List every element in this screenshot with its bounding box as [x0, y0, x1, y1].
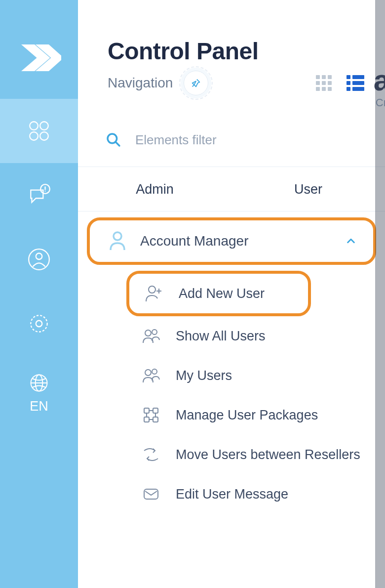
sidebar-item-settings[interactable] — [0, 292, 78, 356]
sidebar-item-dashboard[interactable] — [0, 99, 78, 163]
svg-rect-22 — [316, 87, 320, 91]
svg-point-5 — [40, 132, 48, 140]
svg-rect-23 — [322, 87, 326, 91]
svg-rect-21 — [328, 81, 332, 85]
svg-rect-19 — [316, 81, 320, 85]
subitem-label: Show All Users — [176, 329, 266, 344]
pin-button[interactable] — [184, 71, 208, 95]
svg-point-3 — [40, 122, 48, 130]
subitem-move-users[interactable]: Move Users between Resellers — [126, 435, 385, 474]
svg-point-8 — [44, 191, 45, 192]
svg-point-38 — [152, 330, 157, 335]
subitem-label: Edit User Message — [176, 487, 288, 502]
page-title: Control Panel — [108, 38, 365, 65]
vertical-sidebar: EN — [0, 0, 78, 588]
svg-point-4 — [30, 132, 38, 140]
svg-rect-41 — [144, 408, 149, 413]
gear-icon — [27, 311, 51, 336]
svg-point-11 — [31, 315, 47, 332]
svg-rect-25 — [346, 75, 350, 79]
users-icon — [141, 366, 161, 385]
background-partial-text: a — [374, 63, 385, 97]
user-icon — [108, 230, 127, 252]
subitem-my-users[interactable]: My Users — [126, 356, 385, 395]
tab-user[interactable]: User — [231, 167, 385, 211]
logo — [0, 0, 78, 99]
subitem-label: Move Users between Resellers — [176, 447, 360, 462]
subitem-label: Manage User Packages — [176, 408, 318, 423]
subitem-manage-user-packages[interactable]: Manage User Packages — [126, 395, 385, 435]
svg-point-39 — [145, 370, 151, 376]
navigation-panel: Control Panel Navigation — [78, 0, 385, 588]
pin-icon — [191, 78, 201, 88]
users-icon — [141, 326, 161, 346]
tab-admin[interactable]: Admin — [78, 167, 231, 211]
svg-point-40 — [152, 369, 157, 374]
globe-icon — [28, 372, 50, 394]
svg-rect-24 — [328, 87, 332, 91]
chevron-up-icon — [346, 236, 356, 247]
user-circle-icon — [27, 247, 51, 272]
sidebar-item-messages[interactable] — [0, 163, 78, 227]
subitem-label: Add New User — [179, 286, 265, 301]
grid-circles-icon — [27, 119, 51, 143]
svg-rect-17 — [322, 75, 326, 79]
svg-rect-18 — [328, 75, 332, 79]
move-icon — [141, 445, 161, 464]
group-label: Account Manager — [140, 233, 346, 249]
packages-icon — [141, 405, 161, 425]
language-label: EN — [30, 399, 48, 414]
svg-rect-26 — [352, 75, 364, 79]
group-account-manager[interactable]: Account Manager — [87, 217, 376, 265]
svg-point-37 — [145, 330, 151, 336]
svg-rect-27 — [346, 81, 350, 85]
svg-point-10 — [36, 253, 42, 260]
svg-rect-20 — [322, 81, 326, 85]
list-view-button[interactable] — [346, 73, 365, 93]
user-plus-icon — [144, 284, 164, 303]
tabs: Admin User — [78, 167, 385, 211]
logo-icon — [17, 36, 61, 80]
subitem-show-all-users[interactable]: Show All Users — [126, 316, 385, 356]
svg-line-32 — [116, 142, 119, 146]
svg-rect-43 — [144, 417, 149, 422]
grid-view-button[interactable] — [315, 73, 335, 93]
mail-icon — [141, 484, 161, 504]
subitem-add-new-user[interactable]: Add New User — [126, 271, 311, 316]
navigation-label: Navigation — [108, 75, 173, 91]
chat-alert-icon — [27, 183, 51, 208]
svg-point-34 — [149, 286, 155, 293]
svg-rect-42 — [153, 408, 158, 413]
subitem-edit-user-message[interactable]: Edit User Message — [126, 474, 385, 514]
svg-point-33 — [114, 232, 121, 240]
sidebar-item-profile[interactable] — [0, 227, 78, 292]
subitem-label: My Users — [176, 368, 232, 383]
svg-point-12 — [36, 321, 42, 327]
svg-rect-29 — [346, 87, 350, 91]
svg-rect-16 — [316, 75, 320, 79]
svg-rect-49 — [144, 489, 158, 499]
svg-rect-30 — [352, 87, 364, 91]
search-icon — [106, 131, 121, 149]
svg-point-2 — [30, 122, 38, 130]
sidebar-item-language[interactable]: EN — [0, 356, 78, 430]
background-partial-sub: Cr — [376, 96, 385, 109]
svg-rect-44 — [153, 417, 158, 422]
filter-input[interactable] — [135, 132, 365, 148]
svg-rect-28 — [352, 81, 364, 85]
